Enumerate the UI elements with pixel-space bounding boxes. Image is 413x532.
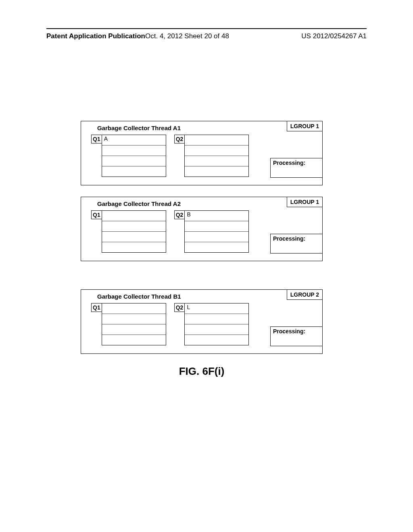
processing-label: Processing: [270,326,323,346]
thread-panel-a2: Garbage Collector Thread A2 LGROUP 1 Q1 … [81,197,323,261]
queue-q2: Q2 [174,135,249,177]
figure-area: Garbage Collector Thread A1 LGROUP 1 Q1 … [81,121,323,378]
q1-slot [102,211,166,221]
lgroup-label: LGROUP 1 [287,197,323,207]
q2-slot [185,232,248,242]
queue-q1: Q1 A [91,135,166,177]
thread-title: Garbage Collector Thread B1 [97,293,181,300]
thread-title: Garbage Collector Thread A2 [97,200,181,207]
processing-label: Processing: [270,158,323,178]
q2-slot [185,166,248,177]
q1-slot [102,303,166,314]
q2-label: Q2 [174,303,185,312]
thread-panel-a1: Garbage Collector Thread A1 LGROUP 1 Q1 … [81,121,323,185]
queue-q2: Q2 L [174,303,249,345]
q2-slot [185,135,248,145]
q2-slot: B [185,211,248,221]
lgroup-label: LGROUP 1 [287,121,323,131]
thread-panel-b1: Garbage Collector Thread B1 LGROUP 2 Q1 … [81,289,323,354]
header-rule [46,28,367,29]
q1-slot [102,324,166,335]
q1-slot [102,314,166,324]
header-left: Patent Application Publication [46,32,145,40]
q1-label: Q1 [91,210,102,219]
header-right: US 2012/0254267 A1 [301,32,367,40]
q2-label: Q2 [174,210,185,219]
q1-slot [102,166,166,177]
q1-slot [102,232,166,242]
queue-q2: Q2 B [174,210,249,253]
figure-label: FIG. 6F(i) [81,365,323,378]
q1-slot [102,156,166,166]
q1-slot [102,145,166,156]
thread-title: Garbage Collector Thread A1 [97,125,181,131]
q1-label: Q1 [91,303,102,312]
q2-slot [185,242,248,252]
q2-slot [185,314,248,324]
q1-slot [102,242,166,252]
q2-slot: L [185,303,248,314]
q1-slot: A [102,135,166,145]
q1-slot [102,221,166,232]
q1-slot [102,335,166,345]
q2-label: Q2 [174,135,185,143]
processing-label: Processing: [270,234,323,254]
queue-q1: Q1 [91,210,166,253]
lgroup-label: LGROUP 2 [287,289,323,300]
q1-label: Q1 [91,135,102,143]
q2-slot [185,324,248,335]
q2-slot [185,221,248,232]
q2-slot [185,145,248,156]
q2-slot [185,335,248,345]
header-mid: Oct. 4, 2012 Sheet 20 of 48 [145,32,229,40]
queue-q1: Q1 [91,303,166,345]
q2-slot [185,156,248,166]
